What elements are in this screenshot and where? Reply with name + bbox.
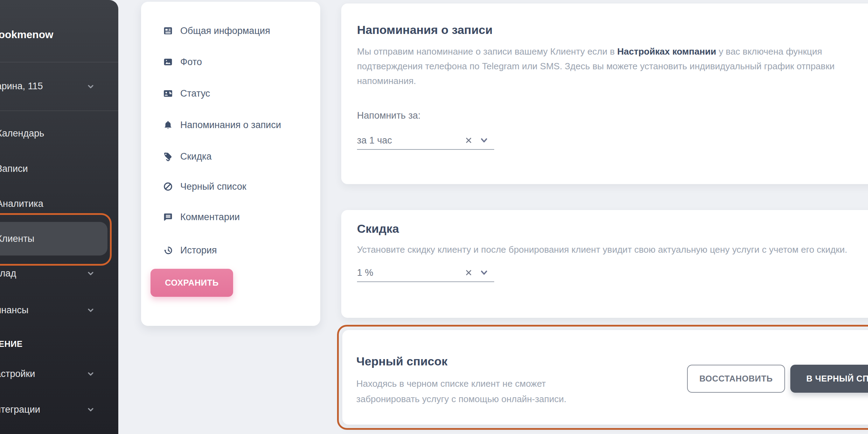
- menu-item-label: Комментарии: [180, 209, 240, 225]
- add-to-blacklist-button[interactable]: В ЧЕРНЫЙ СПИСОК: [790, 365, 868, 393]
- menu-item-discount[interactable]: Скидка: [141, 149, 320, 164]
- reminders-panel-title: Напоминания о записи: [357, 22, 492, 38]
- sidebar-item-integrations[interactable]: Интеграции: [0, 404, 40, 415]
- sidebar-item-analytics[interactable]: Аналитика: [0, 198, 43, 209]
- menu-item-label: Напоминания о записи: [180, 117, 281, 133]
- blacklist-panel-description: Находясь в черном списке клиент не сможе…: [356, 376, 566, 407]
- menu-item-comments[interactable]: Комментарии: [141, 209, 320, 225]
- menu-item-blacklist[interactable]: Черный список: [141, 179, 320, 194]
- sidebar: Bookmenow Гагарина, 115 Календарь Записи…: [0, 0, 118, 434]
- menu-item-general-info[interactable]: Общая информация: [141, 23, 320, 38]
- sidebar-item-settings[interactable]: Настройки: [0, 368, 35, 379]
- menu-item-label: Общая информация: [180, 23, 270, 38]
- remind-before-label: Напомнить за:: [357, 109, 421, 122]
- newspaper-icon: [163, 26, 173, 36]
- comments-icon: [163, 212, 173, 222]
- remind-before-value: за 1 час: [357, 131, 392, 150]
- client-menu-card: Общая информация Фото Статус Напоминания…: [141, 2, 320, 326]
- divider: [0, 62, 118, 62]
- sidebar-item-clients[interactable]: Клиенты: [0, 233, 34, 244]
- chevron-down-icon[interactable]: [479, 268, 489, 277]
- block-icon: [163, 181, 173, 192]
- clear-icon[interactable]: [464, 268, 473, 277]
- chevron-down-icon: [87, 370, 94, 378]
- menu-item-label: Скидка: [180, 149, 212, 164]
- restore-button[interactable]: ВОССТАНОВИТЬ: [687, 365, 785, 393]
- menu-item-history[interactable]: История: [141, 243, 320, 258]
- photo-icon: [163, 57, 173, 67]
- app-logo: Bookmenow: [0, 29, 53, 41]
- discount-panel: Скидка Установите скидку клиенту и после…: [341, 210, 868, 318]
- menu-item-label: Фото: [180, 54, 202, 70]
- blacklist-panel: Черный список Находясь в черном списке к…: [342, 330, 868, 425]
- sidebar-item-records[interactable]: Записи: [0, 163, 28, 174]
- menu-item-reminders[interactable]: Напоминания о записи: [141, 117, 320, 133]
- bell-icon: [163, 120, 173, 130]
- reminders-panel: Напоминания о записи Мы отправим напомин…: [341, 4, 868, 184]
- reminders-panel-description: Мы отправим напоминание о записи вашему …: [357, 44, 835, 88]
- discount-panel-title: Скидка: [357, 220, 399, 237]
- sidebar-section-management: УПРАВЛЕНИЕ: [0, 339, 23, 349]
- menu-item-photo[interactable]: Фото: [141, 54, 320, 70]
- save-button[interactable]: СОХРАНИТЬ: [150, 269, 233, 297]
- menu-item-label: Статус: [180, 86, 210, 101]
- menu-item-label: Черный список: [180, 179, 246, 194]
- chevron-down-icon: [87, 83, 94, 90]
- history-icon: [163, 245, 173, 255]
- blacklist-highlight-outline: Черный список Находясь в черном списке к…: [337, 325, 868, 430]
- menu-item-label: История: [180, 243, 217, 258]
- blacklist-panel-title: Черный список: [356, 353, 448, 369]
- sidebar-item-finances[interactable]: Финансы: [0, 304, 28, 316]
- chevron-down-icon: [87, 306, 94, 314]
- menu-item-status[interactable]: Статус: [141, 86, 320, 101]
- chevron-down-icon: [87, 406, 94, 413]
- sidebar-item-warehouse[interactable]: Склад: [0, 268, 16, 279]
- branch-selector[interactable]: Гагарина, 115: [0, 81, 43, 92]
- sidebar-item-calendar[interactable]: Календарь: [0, 128, 44, 139]
- contact-status-icon: [163, 88, 173, 99]
- remind-before-select[interactable]: за 1 час: [357, 131, 494, 150]
- discount-tag-icon: [163, 151, 173, 162]
- discount-value: 1 %: [357, 263, 373, 282]
- clear-icon[interactable]: [464, 136, 473, 145]
- chevron-down-icon: [87, 270, 94, 277]
- divider: [0, 111, 118, 111]
- discount-select[interactable]: 1 %: [357, 263, 494, 282]
- chevron-down-icon[interactable]: [479, 136, 489, 145]
- discount-panel-description: Установите скидку клиенту и после бронир…: [357, 242, 847, 257]
